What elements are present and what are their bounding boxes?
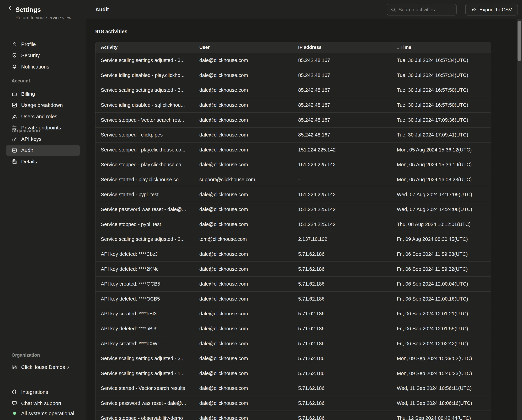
sidebar-item-integrations[interactable]: Integrations xyxy=(6,386,80,398)
sidebar-item-api-keys[interactable]: API keys xyxy=(6,133,80,145)
activity-cell: Service scaling settings adjusted - 2... xyxy=(95,236,194,242)
time-cell: Fri, 09 Aug 2024 08:30:45(UTC) xyxy=(392,236,491,242)
table-row[interactable]: Service scaling settings adjusted - 2...… xyxy=(95,232,491,247)
export-arrow-icon xyxy=(471,7,476,12)
user-cell: dale@clickhouse.com xyxy=(194,192,293,197)
sidebar-item-usage-breakdown[interactable]: Usage breakdown xyxy=(6,100,80,111)
table-row[interactable]: API key deleted: ****hBl3dale@clickhouse… xyxy=(95,321,491,336)
swap-arrows-icon xyxy=(12,125,17,131)
ip-cell: 5.71.62.186 xyxy=(293,251,392,257)
activity-cell: API key deleted: ****OCB5 xyxy=(95,296,194,302)
org-switcher: ClickHouse Demos xyxy=(0,361,86,373)
sidebar-item-label: Usage breakdown xyxy=(21,102,63,108)
user-cell: dale@clickhouse.com xyxy=(194,341,293,347)
table-row[interactable]: Service started - pypi_testdale@clickhou… xyxy=(95,187,491,202)
ip-cell: 5.71.62.186 xyxy=(293,296,392,302)
user-cell: dale@clickhouse.com xyxy=(194,72,293,78)
sidebar-item-security[interactable]: Security xyxy=(6,50,80,61)
time-cell: Tue, 30 Jul 2024 16:57:50(UTC) xyxy=(392,87,491,93)
status-ok-dot-icon xyxy=(13,412,16,415)
sidebar-item-chat-with-support[interactable]: Chat with support xyxy=(6,398,80,409)
sidebar-item-profile[interactable]: Profile xyxy=(6,39,80,50)
sidebar-item-details[interactable]: Details xyxy=(6,156,80,167)
shield-check-icon xyxy=(12,53,17,58)
ip-cell: - xyxy=(293,177,392,182)
table-row[interactable]: Service scaling settings adjusted - 1...… xyxy=(95,366,491,381)
table-row[interactable]: Service started - play.clickhouse.co...s… xyxy=(95,172,491,187)
search-input[interactable] xyxy=(399,7,453,13)
activity-cell: Service stopped - observability-demo xyxy=(95,415,194,420)
activity-cell: Service scaling settings adjusted - 1... xyxy=(95,371,194,376)
sidebar-item-label: Profile xyxy=(21,41,36,47)
activity-cell: Service stopped - pypi_test xyxy=(95,222,194,227)
table-row[interactable]: Service scaling settings adjusted - 3...… xyxy=(95,83,491,98)
column-header-ip[interactable]: IP address xyxy=(293,45,392,50)
table-row[interactable]: API key deleted: ****2KNcdale@clickhouse… xyxy=(95,262,491,277)
sidebar-item-audit[interactable]: Audit xyxy=(6,145,80,156)
table-row[interactable]: API key deleted: ****CbzJdale@clickhouse… xyxy=(95,247,491,262)
system-status: All systems operational xyxy=(0,408,86,419)
table-row[interactable]: Service stopped - observability-demodale… xyxy=(95,411,491,420)
chevron-right-icon xyxy=(66,365,70,369)
chevron-left-icon xyxy=(6,4,14,12)
table-row[interactable]: Service stopped - play.clickhouse.co...d… xyxy=(95,157,491,172)
search-box xyxy=(387,4,457,16)
sidebar-item-billing[interactable]: Billing xyxy=(6,88,80,100)
system-status-item[interactable]: All systems operational xyxy=(6,408,80,419)
sidebar-item-label: Security xyxy=(21,53,40,58)
time-cell: Wed, 11 Sep 2024 18:06:16(UTC) xyxy=(392,400,491,406)
ip-cell: 85.242.48.167 xyxy=(293,72,392,78)
table-row[interactable]: Service stopped - clickpipesdale@clickho… xyxy=(95,128,491,142)
ip-cell: 5.71.62.186 xyxy=(293,400,392,406)
sidebar-item-users-and-roles[interactable]: Users and roles xyxy=(6,111,80,122)
scrollbar-track[interactable] xyxy=(517,19,522,420)
activity-cell: API key deleted: ****2KNc xyxy=(95,266,194,272)
table-row[interactable]: Service idling disabled - sql.clickhou..… xyxy=(95,98,491,113)
time-cell: Fri, 06 Sep 2024 12:00:04(UTC) xyxy=(392,281,491,287)
table-row[interactable]: API key created: ****bXWTdale@clickhouse… xyxy=(95,336,491,351)
ip-cell: 5.71.62.186 xyxy=(293,356,392,361)
table-row[interactable]: Service stopped - pypi_testdale@clickhou… xyxy=(95,217,491,232)
export-csv-button[interactable]: Export To CSV xyxy=(465,4,518,16)
table-row[interactable]: Service started - Vector search resultsd… xyxy=(95,381,491,396)
activity-cell: Service scaling settings adjusted - 3... xyxy=(95,87,194,93)
ip-cell: 151.224.225.142 xyxy=(293,162,392,167)
ip-cell: 151.224.225.142 xyxy=(293,207,392,212)
column-header-activity[interactable]: Activity xyxy=(95,45,194,50)
table-row[interactable]: Service idling disabled - play.clickho..… xyxy=(95,68,491,83)
ip-cell: 85.242.48.167 xyxy=(293,102,392,108)
activity-cell: Service stopped - Vector search res... xyxy=(95,117,194,123)
activity-cell: Service password was reset - dale@... xyxy=(95,400,194,406)
sidebar-item-notifications[interactable]: Notifications xyxy=(6,61,80,72)
table-row[interactable]: API key deleted: ****OCB5dale@clickhouse… xyxy=(95,292,491,307)
column-header-time[interactable]: ↓Time xyxy=(392,45,491,50)
sidebar-item-label: Audit xyxy=(21,147,33,153)
sidebar-subtitle: Return to your service view xyxy=(15,15,72,21)
table-row[interactable]: API key created: ****OCB5dale@clickhouse… xyxy=(95,277,491,292)
usage-chart-icon xyxy=(12,102,17,108)
sidebar-item-private-endpoints[interactable]: Private endpoints xyxy=(6,122,80,133)
org-switcher-item[interactable]: ClickHouse Demos xyxy=(6,361,80,373)
user-cell: dale@clickhouse.com xyxy=(194,400,293,406)
table-row[interactable]: API key created: ****hBl3dale@clickhouse… xyxy=(95,306,491,321)
scrollbar-thumb[interactable] xyxy=(518,21,521,61)
org-name: ClickHouse Demos xyxy=(21,364,65,370)
table-row[interactable]: Service stopped - play.clickhouse.co...d… xyxy=(95,142,491,157)
time-cell: Fri, 06 Sep 2024 11:59:32(UTC) xyxy=(392,266,491,272)
time-cell: Mon, 05 Aug 2024 15:36:19(UTC) xyxy=(392,162,491,167)
organization-nav-list: BillingUsage breakdownUsers and rolesPri… xyxy=(0,88,86,167)
sidebar-item-label: API keys xyxy=(21,136,41,142)
ip-cell: 2.137.10.102 xyxy=(293,236,392,242)
back-button[interactable] xyxy=(6,4,14,12)
table-row[interactable]: Service scaling settings adjusted - 3...… xyxy=(95,53,491,68)
table-row[interactable]: Service stopped - Vector search res...da… xyxy=(95,113,491,128)
ip-cell: 5.71.62.186 xyxy=(293,281,392,287)
table-row[interactable]: Service password was reset - dale@...dal… xyxy=(95,202,491,217)
user-cell: dale@clickhouse.com xyxy=(194,162,293,167)
audit-pulse-icon xyxy=(12,147,17,153)
keys-icon xyxy=(12,136,17,142)
table-row[interactable]: Service scaling settings adjusted - 3...… xyxy=(95,351,491,366)
table-row[interactable]: Service password was reset - dale@...dal… xyxy=(95,396,491,411)
column-header-user[interactable]: User xyxy=(194,45,293,50)
user-cell: dale@clickhouse.com xyxy=(194,87,293,93)
